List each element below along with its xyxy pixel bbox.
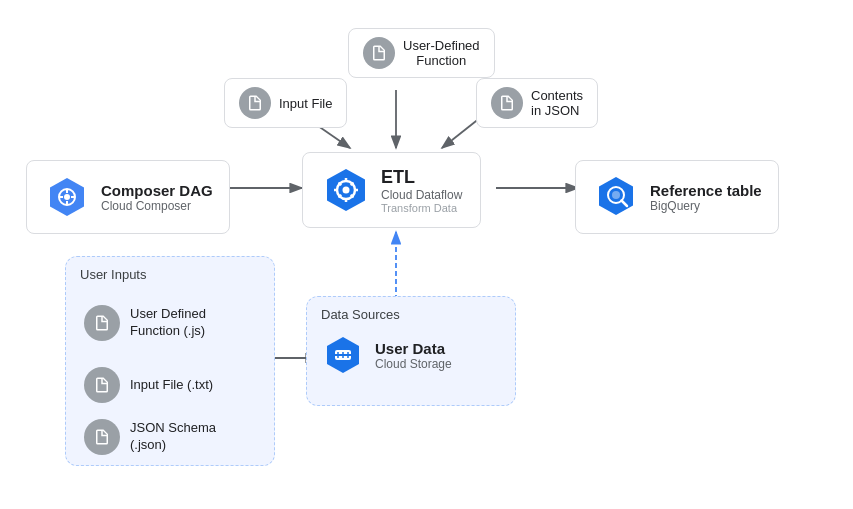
svg-point-21 xyxy=(64,194,70,200)
reference-table-labels: Reference table BigQuery xyxy=(650,182,762,213)
input-file-label: Input File (.txt) xyxy=(130,377,213,394)
composer-dag-node: Composer DAG Cloud Composer xyxy=(26,160,230,234)
user-inputs-container: User Inputs User DefinedFunction (.js) I… xyxy=(65,256,275,466)
bigquery-icon xyxy=(592,173,640,221)
user-data-labels: User Data Cloud Storage xyxy=(375,340,452,371)
list-item-input-file: Input File (.txt) xyxy=(84,367,213,403)
etl-icon xyxy=(321,165,371,215)
user-data-hex-icon xyxy=(321,333,365,377)
user-inputs-label: User Inputs xyxy=(80,267,146,282)
udf-top-label: User-DefinedFunction xyxy=(403,38,480,68)
contents-json-label: Contentsin JSON xyxy=(531,88,583,118)
composer-dag-title: Composer DAG xyxy=(101,182,213,199)
composer-dag-labels: Composer DAG Cloud Composer xyxy=(101,182,213,213)
contents-json-icon xyxy=(491,87,523,119)
json-schema-label: JSON Schema(.json) xyxy=(130,420,216,454)
etl-sub1: Cloud Dataflow xyxy=(381,188,462,202)
reference-table-node: Reference table BigQuery xyxy=(575,160,779,234)
composer-dag-icon xyxy=(43,173,91,221)
svg-point-36 xyxy=(612,191,620,199)
diagram-container: User Inputs User DefinedFunction (.js) I… xyxy=(0,0,853,509)
data-sources-label: Data Sources xyxy=(321,307,400,322)
svg-point-24 xyxy=(343,187,350,194)
list-item-udf: User DefinedFunction (.js) xyxy=(84,305,206,341)
input-file-top-node: Input File xyxy=(224,78,347,128)
doc-icon-udf xyxy=(84,305,120,341)
user-data-title: User Data xyxy=(375,340,452,357)
list-item-json-schema: JSON Schema(.json) xyxy=(84,419,216,455)
data-sources-container: Data Sources User Data Cloud Storage xyxy=(306,296,516,406)
udf-top-icon xyxy=(363,37,395,69)
udf-top-node: User-DefinedFunction xyxy=(348,28,495,78)
user-data-subtitle: Cloud Storage xyxy=(375,357,452,371)
udf-label: User DefinedFunction (.js) xyxy=(130,306,206,340)
ref-title: Reference table xyxy=(650,182,762,199)
etl-sub2: Transform Data xyxy=(381,202,462,214)
doc-icon-json xyxy=(84,419,120,455)
ref-subtitle: BigQuery xyxy=(650,199,762,213)
doc-icon-input xyxy=(84,367,120,403)
input-file-top-label: Input File xyxy=(279,96,332,111)
composer-dag-subtitle: Cloud Composer xyxy=(101,199,213,213)
etl-node: ETL Cloud Dataflow Transform Data xyxy=(302,152,481,228)
user-data-node: User Data Cloud Storage xyxy=(321,333,452,377)
contents-json-node: Contentsin JSON xyxy=(476,78,598,128)
etl-labels: ETL Cloud Dataflow Transform Data xyxy=(381,167,462,214)
etl-title: ETL xyxy=(381,167,462,188)
input-file-top-icon xyxy=(239,87,271,119)
